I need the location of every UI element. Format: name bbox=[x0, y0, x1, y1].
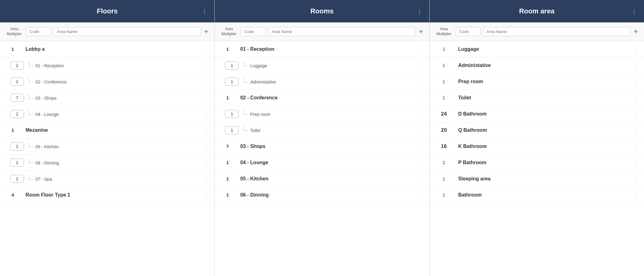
room-row-menu-icon[interactable]: ⋮ bbox=[419, 143, 424, 149]
room-area-column: Room area ⋮ AreaMultiplier + 1 Luggage ⋮… bbox=[430, 0, 644, 276]
floor-row-menu-icon[interactable]: ⋮ bbox=[204, 127, 209, 133]
list-item: 1 02 - Conference ⋮ bbox=[0, 74, 214, 90]
multiplier-box[interactable]: 1 bbox=[225, 61, 239, 69]
floor-child-multiplier: 1 bbox=[9, 159, 25, 167]
room-child-row-menu-icon[interactable]: ⋮ bbox=[419, 111, 424, 117]
floors-add-button[interactable]: + bbox=[203, 28, 209, 35]
list-item: 7 03 - Shops ⋮ bbox=[215, 138, 429, 155]
floor-child-row-menu-icon[interactable]: ⋮ bbox=[204, 79, 209, 84]
room-area-row-menu-icon[interactable]: ⋮ bbox=[633, 159, 639, 165]
room-multiplier: 1 bbox=[220, 160, 235, 165]
multiplier-box[interactable]: 1 bbox=[10, 142, 24, 150]
list-item: 1 Luggage ⋮ bbox=[430, 41, 644, 57]
list-item: 1 Prep room ⋮ bbox=[215, 106, 429, 122]
rooms-add-button[interactable]: + bbox=[418, 28, 424, 35]
floor-child-row-menu-icon[interactable]: ⋮ bbox=[204, 143, 209, 149]
floor-row-menu-icon[interactable]: ⋮ bbox=[204, 192, 209, 198]
room-label: 04 - Lounge bbox=[235, 160, 416, 165]
room-area-row-menu-icon[interactable]: ⋮ bbox=[633, 46, 639, 52]
list-item: 16 K Bathroom ⋮ bbox=[430, 138, 644, 155]
room-area-label: D Bathroom bbox=[453, 111, 631, 117]
room-area-multiplier: 24 bbox=[435, 111, 453, 117]
list-item: 1 Toilet ⋮ bbox=[215, 122, 429, 138]
room-area-label: Prep room bbox=[453, 79, 631, 84]
floor-child-multiplier: 1 bbox=[9, 61, 25, 69]
floors-code-input[interactable] bbox=[26, 27, 51, 36]
floor-child-row-menu-icon[interactable]: ⋮ bbox=[204, 95, 209, 101]
room-area-menu-icon[interactable]: ⋮ bbox=[631, 7, 638, 15]
floors-content: 1 Lobby-x ⋮ 1 01 - Reception ⋮ 1 02 - Co… bbox=[0, 41, 214, 276]
floor-multiplier: 1 bbox=[5, 46, 21, 52]
room-area-multiplier: 16 bbox=[435, 143, 453, 150]
floors-menu-icon[interactable]: ⋮ bbox=[201, 7, 208, 15]
multiplier-box[interactable]: 1 bbox=[10, 175, 24, 183]
multiplier-box[interactable]: 1 bbox=[225, 78, 239, 86]
rooms-area-multiplier-label: AreaMultiplier bbox=[220, 27, 238, 36]
room-area-title: Room area bbox=[519, 7, 554, 15]
room-child-row-menu-icon[interactable]: ⋮ bbox=[419, 127, 424, 133]
room-row-menu-icon[interactable]: ⋮ bbox=[419, 192, 424, 198]
room-area-row-menu-icon[interactable]: ⋮ bbox=[633, 95, 639, 101]
room-area-row-menu-icon[interactable]: ⋮ bbox=[633, 79, 639, 84]
floor-label: Mezanine bbox=[21, 127, 201, 133]
multiplier-box[interactable]: 1 bbox=[225, 110, 239, 118]
floors-header: Floors ⋮ bbox=[0, 0, 214, 22]
room-row-menu-icon[interactable]: ⋮ bbox=[419, 95, 424, 101]
room-area-code-input[interactable] bbox=[456, 27, 481, 36]
list-item: 2 P Bathroom ⋮ bbox=[430, 155, 644, 171]
floors-area-name-input[interactable] bbox=[54, 27, 200, 36]
rooms-title: Rooms bbox=[310, 7, 334, 15]
room-area-add-button[interactable]: + bbox=[632, 28, 639, 35]
floor-child-row-menu-icon[interactable]: ⋮ bbox=[204, 176, 209, 182]
floor-row-menu-icon[interactable]: ⋮ bbox=[204, 46, 209, 52]
room-child-multiplier: 1 bbox=[224, 78, 240, 86]
multiplier-box[interactable]: 1 bbox=[10, 78, 24, 86]
multiplier-box[interactable]: 1 bbox=[225, 126, 239, 134]
floor-child-row-menu-icon[interactable]: ⋮ bbox=[204, 159, 209, 165]
room-area-row-menu-icon[interactable]: ⋮ bbox=[633, 62, 639, 68]
room-area-label: Bathroom bbox=[453, 192, 631, 198]
list-item: 1 Bathroom ⋮ bbox=[430, 187, 644, 203]
room-child-label: Luggage bbox=[240, 62, 416, 68]
room-label: 01 - Reception bbox=[235, 46, 416, 52]
room-multiplier: 1 bbox=[220, 46, 235, 52]
list-item: 1 Luggage ⋮ bbox=[215, 57, 429, 74]
multiplier-box[interactable]: 1 bbox=[10, 61, 24, 69]
floors-area-multiplier-label: AreaMultiplier bbox=[5, 27, 24, 36]
room-area-name-input[interactable] bbox=[483, 27, 630, 36]
multiplier-box[interactable]: 1 bbox=[10, 159, 24, 167]
multiplier-box[interactable]: 7 bbox=[10, 94, 24, 102]
rooms-code-input[interactable] bbox=[241, 27, 266, 36]
list-item: 1 07 - Spa ⋮ bbox=[0, 171, 214, 187]
floor-child-row-menu-icon[interactable]: ⋮ bbox=[204, 62, 209, 68]
room-child-label: Toilet bbox=[240, 127, 416, 133]
multiplier-box[interactable]: 1 bbox=[10, 110, 24, 118]
room-child-row-menu-icon[interactable]: ⋮ bbox=[419, 79, 424, 84]
rooms-toolbar: AreaMultiplier + bbox=[215, 22, 429, 41]
list-item: 1 05 - Kitchen ⋮ bbox=[0, 138, 214, 155]
room-area-label: Q Bathroom bbox=[453, 127, 631, 133]
room-row-menu-icon[interactable]: ⋮ bbox=[419, 176, 424, 182]
floor-child-multiplier: 1 bbox=[9, 175, 25, 183]
room-area-row-menu-icon[interactable]: ⋮ bbox=[633, 143, 639, 149]
floor-child-row-menu-icon[interactable]: ⋮ bbox=[204, 111, 209, 117]
room-area-row-menu-icon[interactable]: ⋮ bbox=[633, 176, 639, 182]
floor-child-multiplier: 7 bbox=[9, 94, 25, 102]
room-row-menu-icon[interactable]: ⋮ bbox=[419, 46, 424, 52]
floor-child-label: 07 - Spa bbox=[25, 176, 201, 182]
floor-child-label: 04 - Lounge bbox=[25, 111, 201, 117]
room-area-row-menu-icon[interactable]: ⋮ bbox=[633, 192, 639, 198]
room-area-row-menu-icon[interactable]: ⋮ bbox=[633, 127, 639, 133]
room-multiplier: 1 bbox=[220, 192, 235, 197]
room-child-label: Prep room bbox=[240, 111, 416, 117]
room-multiplier: 1 bbox=[220, 95, 235, 100]
rooms-menu-icon[interactable]: ⋮ bbox=[416, 7, 423, 15]
floor-child-multiplier: 1 bbox=[9, 110, 25, 118]
room-row-menu-icon[interactable]: ⋮ bbox=[419, 159, 424, 165]
room-child-label: Administative bbox=[240, 79, 416, 84]
room-area-row-menu-icon[interactable]: ⋮ bbox=[633, 111, 639, 117]
rooms-area-name-input[interactable] bbox=[268, 27, 415, 36]
floor-child-multiplier: 1 bbox=[9, 142, 25, 150]
room-area-label: Toilet bbox=[453, 95, 631, 101]
room-child-row-menu-icon[interactable]: ⋮ bbox=[419, 62, 424, 68]
